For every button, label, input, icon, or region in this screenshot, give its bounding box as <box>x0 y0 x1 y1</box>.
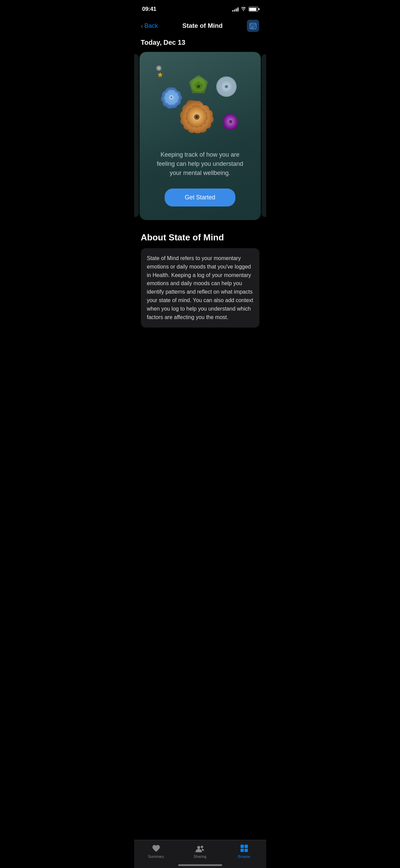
svg-point-18 <box>226 86 227 87</box>
svg-point-12 <box>170 96 172 98</box>
chevron-left-icon: ‹ <box>141 22 143 29</box>
status-icons <box>232 6 258 12</box>
back-button[interactable]: ‹ Back <box>141 22 158 29</box>
flowers-illustration: ★ <box>156 65 244 140</box>
flower-purple <box>222 113 239 130</box>
side-peek-left <box>134 54 139 217</box>
flower-dot <box>156 65 162 71</box>
page-title: State of Mind <box>182 22 223 29</box>
svg-rect-6 <box>253 27 254 28</box>
flower-circle-target <box>215 76 237 98</box>
calendar-button[interactable] <box>247 20 259 32</box>
calendar-icon <box>249 22 257 29</box>
signal-icon <box>232 7 238 12</box>
flower-green <box>185 72 212 99</box>
status-bar: 09:41 <box>134 0 266 17</box>
get-started-button[interactable]: Get Started <box>165 189 236 206</box>
svg-point-21 <box>229 120 232 123</box>
svg-point-10 <box>197 85 200 88</box>
about-card: State of Mind refers to your momentary e… <box>141 248 259 328</box>
status-time: 09:41 <box>142 6 156 13</box>
svg-rect-4 <box>254 26 255 27</box>
svg-rect-5 <box>251 27 252 28</box>
wifi-icon <box>240 6 247 12</box>
back-label: Back <box>144 22 158 29</box>
nav-bar: ‹ Back State of Mind <box>134 17 266 36</box>
date-header: Today, Dec 13 <box>134 36 266 52</box>
flower-orange <box>180 99 214 133</box>
about-title: About State of Mind <box>141 232 259 243</box>
svg-rect-3 <box>253 26 254 27</box>
about-section: About State of Mind State of Mind refers… <box>134 220 266 333</box>
about-body-text: State of Mind refers to your momentary e… <box>147 254 253 321</box>
card-description: Keeping track of how you are feeling can… <box>148 150 253 178</box>
side-peek-right <box>261 54 266 217</box>
battery-icon <box>249 7 258 12</box>
main-card: ★ <box>140 52 261 220</box>
star-icon: ★ <box>156 71 164 79</box>
svg-point-20 <box>196 116 198 118</box>
svg-rect-2 <box>251 26 252 27</box>
